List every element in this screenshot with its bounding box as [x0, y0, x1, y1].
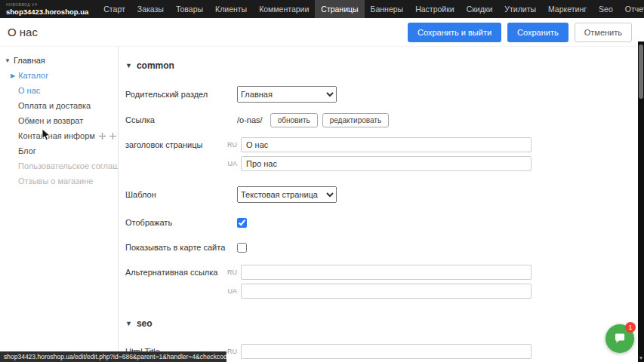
shop-domain-label: shop34423.horoshop.ua — [6, 8, 88, 16]
section-common-label: common — [137, 60, 174, 71]
sidebar-item-user-agreement[interactable]: Пользовательское соглашение — [0, 158, 118, 173]
pages-tree-sidebar: ▼ Главная ▶ Каталог О нас Оплата и доста… — [0, 47, 119, 362]
sidebar-item-exchange-return[interactable]: Обмен и возврат — [0, 113, 118, 128]
alt-link-ru-input[interactable] — [241, 265, 532, 280]
sitemap-label: Показывать в карте сайта — [125, 240, 237, 255]
display-checkbox[interactable] — [237, 218, 247, 228]
display-label: Отображать — [125, 215, 237, 230]
page-title-ua-input[interactable] — [241, 156, 532, 171]
alt-link-label: Альтернативная ссылка — [125, 265, 225, 280]
status-url-bar: shop34423.horoshop.ua/edit/edit.php?id=6… — [0, 351, 226, 362]
link-refresh-button[interactable]: обновить — [270, 113, 318, 127]
lang-ua-label: UA — [225, 284, 237, 299]
vertical-scrollbar[interactable]: ▼ — [638, 41, 644, 362]
save-button[interactable]: Сохранить — [507, 23, 569, 42]
parent-section-select[interactable]: Главная — [237, 86, 337, 103]
sitemap-checkbox[interactable] — [237, 243, 247, 253]
chat-bubble-icon — [613, 332, 627, 345]
alt-link-ua-input[interactable] — [241, 284, 532, 299]
menu-item-orders[interactable]: Заказы — [131, 0, 170, 18]
page-title-ru-input[interactable] — [241, 137, 532, 152]
chat-widget-button[interactable]: 1 — [605, 324, 634, 353]
menu-item-discounts[interactable]: Скидки — [461, 0, 499, 18]
html-title-ru-input[interactable] — [241, 344, 532, 359]
menu-item-pages[interactable]: Страницы — [315, 0, 364, 18]
caret-right-icon: ▶ — [11, 72, 15, 79]
menu-item-settings[interactable]: Настройки — [409, 0, 461, 18]
sidebar-item-catalog[interactable]: ▶ Каталог — [0, 68, 118, 83]
sidebar-item-label: Пользовательское соглашение — [18, 161, 118, 170]
logo-version-label: НОВОВВОД V4 — [6, 3, 88, 7]
menu-item-marketing[interactable]: Маркетинг — [542, 0, 593, 18]
chat-unread-badge: 1 — [625, 322, 636, 333]
page-title-field-label: заголовок страницы — [125, 137, 225, 152]
sidebar-item-label: Контактная информ — [18, 131, 95, 140]
save-and-exit-button[interactable]: Сохранить и выйти — [408, 23, 501, 42]
caret-down-icon: ▼ — [125, 62, 132, 69]
template-select[interactable]: Текстовая страница — [237, 186, 337, 203]
move-icon[interactable] — [99, 133, 106, 140]
sidebar-item-main[interactable]: ▼ Главная — [0, 53, 118, 68]
sidebar-item-label: Каталог — [18, 71, 48, 80]
menu-item-seo[interactable]: Seo — [593, 0, 619, 18]
sidebar-item-reviews[interactable]: Отзывы о магазине — [0, 173, 118, 189]
page-title: О нас — [0, 26, 38, 38]
sidebar-item-payment-delivery[interactable]: Оплата и доставка — [0, 98, 118, 113]
caret-down-icon: ▼ — [125, 320, 132, 327]
menu-item-start[interactable]: Старт — [97, 0, 131, 18]
section-common-header[interactable]: ▼ common — [125, 60, 638, 71]
sidebar-item-label: Главная — [14, 56, 45, 65]
page-header: О нас Сохранить и выйти Сохранить Отмени… — [0, 18, 644, 47]
link-edit-button[interactable]: редактировать — [322, 113, 389, 127]
link-label: Ссылка — [125, 112, 237, 127]
template-label: Шаблон — [125, 187, 237, 202]
scroll-down-icon[interactable]: ▼ — [638, 355, 644, 360]
app-logo[interactable]: НОВОВВОД V4 shop34423.horoshop.ua — [0, 2, 97, 17]
sidebar-item-label: Блог — [18, 146, 36, 155]
sidebar-item-label: О нас — [18, 86, 40, 95]
menu-item-products[interactable]: Товары — [170, 0, 209, 18]
menu-item-reports[interactable]: Отчеты — [619, 0, 644, 18]
link-value: /o-nas/ — [237, 115, 263, 124]
add-page-icon[interactable] — [109, 133, 116, 140]
sidebar-item-label: Отзывы о магазине — [18, 176, 93, 186]
page-edit-form: ▼ common Родительский раздел Главная Ссы… — [119, 47, 638, 362]
scrollbar-thumb[interactable] — [639, 44, 643, 99]
sidebar-item-blog[interactable]: Блог — [0, 143, 118, 158]
lang-ru-label: RU — [225, 344, 237, 359]
menu-item-utilities[interactable]: Утилиты — [498, 0, 542, 18]
tree-item-actions: ⚙ — [99, 132, 118, 140]
sidebar-item-about[interactable]: О нас — [0, 83, 118, 98]
cancel-button[interactable]: Отменить — [575, 23, 632, 42]
parent-section-label: Родительский раздел — [125, 87, 237, 102]
lang-ru-label: RU — [225, 137, 237, 152]
caret-down-icon: ▼ — [5, 57, 11, 64]
menu-item-banners[interactable]: Баннеры — [365, 0, 410, 18]
section-seo-label: seo — [137, 318, 153, 329]
topbar: НОВОВВОД V4 shop34423.horoshop.ua Старт … — [0, 0, 644, 18]
sidebar-item-label: Оплата и доставка — [18, 101, 91, 110]
sidebar-item-contacts[interactable]: Контактная информ ⚙ — [0, 128, 118, 143]
menu-item-clients[interactable]: Клиенты — [209, 0, 253, 18]
menu-item-comments[interactable]: Комментарии — [253, 0, 315, 18]
lang-ua-label: UA — [225, 156, 237, 171]
main-menu: Старт Заказы Товары Клиенты Комментарии … — [97, 0, 644, 18]
sidebar-item-label: Обмен и возврат — [18, 116, 83, 125]
lang-ru-label: RU — [225, 265, 237, 280]
section-seo-header[interactable]: ▼ seo — [125, 318, 638, 329]
